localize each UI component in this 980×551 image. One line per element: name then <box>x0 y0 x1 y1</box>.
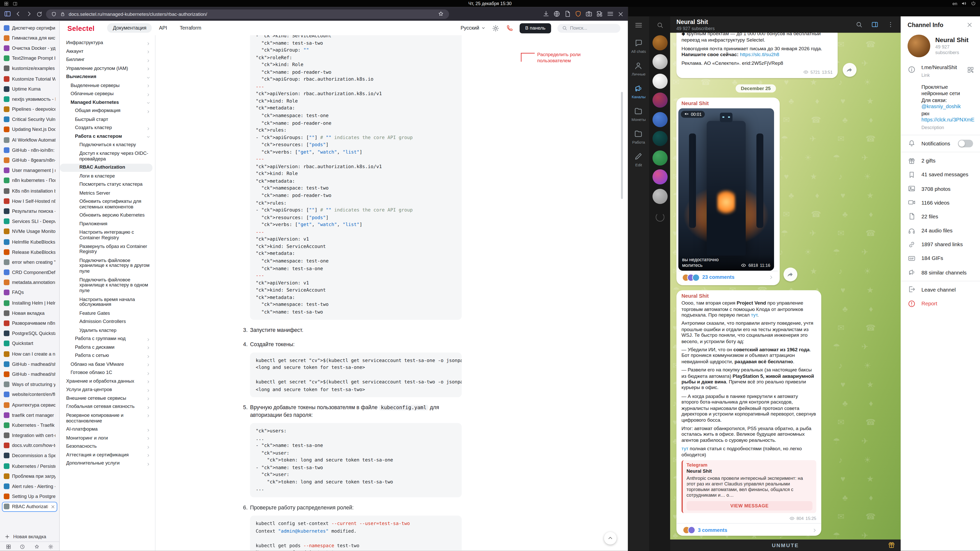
docs-nav-item[interactable]: Логи в кластере <box>60 172 155 180</box>
docs-nav-item[interactable]: Создать кластер <box>60 124 155 132</box>
power-icon[interactable] <box>970 0 976 6</box>
docs-nav-item[interactable]: Обновить сертификаты для системных компо… <box>60 197 155 211</box>
theme-settings-icon[interactable] <box>492 24 500 32</box>
docs-nav-item[interactable]: Настроить время начала обслуживания <box>60 295 155 310</box>
comments-bar[interactable]: 3 comments <box>676 524 821 536</box>
docs-search-input[interactable]: Поиск... <box>557 24 620 33</box>
message-video[interactable]: Neural Shit 00:01 вы недостаточно молите… <box>676 97 780 285</box>
more-options-icon[interactable] <box>887 21 894 28</box>
docs-nav-item[interactable]: Облачные серверы <box>60 90 155 98</box>
tab-groups-icon[interactable] <box>6 544 11 549</box>
browser-tab[interactable]: Release KubeBlocks v1.0... <box>2 247 57 257</box>
docs-top-nav-terraform[interactable]: Terraform <box>174 23 207 33</box>
reload-icon[interactable] <box>36 11 43 17</box>
docs-nav-item[interactable]: Аттестация и сертификация <box>60 451 155 459</box>
url-text[interactable]: docs.selectel.ru/managed-kubernetes/clus… <box>68 11 434 17</box>
chat-avatar[interactable] <box>652 112 667 127</box>
docs-nav-item[interactable]: Мониторинг и логи <box>60 434 155 442</box>
selectel-logo[interactable]: Selectel <box>67 24 95 32</box>
browser-tab[interactable]: GitHub - madhead/shyri... <box>2 359 57 369</box>
browser-tab[interactable]: Kubernetes - Traefik <box>2 420 57 430</box>
browser-tab[interactable]: metadata.annotations: T... <box>2 278 57 288</box>
browser-tab[interactable]: docs.vultr.com/how-to-i... <box>2 441 57 451</box>
browser-tab[interactable]: nextjs уязвимость - По... <box>2 94 57 104</box>
gift-button[interactable] <box>887 541 896 549</box>
date-chip[interactable]: December 25 <box>736 84 776 92</box>
back-icon[interactable] <box>14 10 22 17</box>
browser-tab[interactable]: Setting Up a PostgreSQL... <box>2 491 57 502</box>
docs-nav-item[interactable]: Выделенные серверы <box>60 82 155 90</box>
browser-tab[interactable]: Новая вкладка <box>2 308 57 318</box>
docs-nav-item[interactable]: Глобальная сетевая связность <box>60 403 155 411</box>
keyboard-layout[interactable]: en <box>953 1 957 6</box>
browser-tab[interactable]: Ways of structuring you... <box>2 380 57 389</box>
menu-icon[interactable] <box>607 10 614 17</box>
docs-nav-item[interactable]: Приложения <box>60 220 155 228</box>
channel-link[interactable]: t.me/NeuralShit <box>921 65 957 71</box>
share-button[interactable] <box>783 267 797 281</box>
browser-tab[interactable]: CRD ComponentDefinit... <box>2 267 57 278</box>
browser-tab[interactable]: User management | n8n... <box>2 165 57 176</box>
docs-nav-item[interactable]: Работа с группами нод <box>60 335 155 343</box>
docs-nav-item[interactable]: Общая информация <box>60 107 155 116</box>
docs-nav-item[interactable]: Резервное копирование и восстановление <box>60 411 155 426</box>
browser-tab[interactable]: Гимнастика для кистей <box>2 33 57 43</box>
chat-avatar[interactable] <box>652 35 667 50</box>
sidebar-settings-icon[interactable] <box>48 544 54 549</box>
docs-nav-item[interactable]: Настроить интеграцию с Container Registr… <box>60 229 155 243</box>
browser-tab[interactable]: Quickstart <box>2 338 57 349</box>
docs-nav-item[interactable]: Доступ к кластеру через OIDC-провайдера <box>60 149 155 164</box>
browser-tab[interactable]: Text2Image Prompt I... <box>2 53 57 64</box>
channel-stat-bookmark[interactable]: 41 saved messages <box>900 168 980 182</box>
browser-tab[interactable]: Updating Next.js Doc... <box>2 124 57 135</box>
channel-profile[interactable]: Neural Shit 49 927 subscribers <box>900 33 980 62</box>
chat-avatar[interactable] <box>652 169 667 184</box>
docs-nav-item[interactable]: Подключить файловое хранилище к кластеру… <box>60 256 155 276</box>
channel-stat-file[interactable]: 22 files <box>900 210 980 224</box>
folder-tab-личные[interactable]: Личные <box>632 57 646 80</box>
browser-tab[interactable]: Проблема при загрузк... <box>2 471 57 481</box>
browser-tab[interactable]: K8s n8n installation best... <box>2 186 57 196</box>
docs-nav-item[interactable]: Развернуть образ из Container Registry <box>60 243 155 257</box>
docs-nav-item[interactable]: Услуги дата-центров <box>60 386 155 394</box>
docs-nav-item[interactable]: Работа с дисками <box>60 343 155 352</box>
docs-nav-item[interactable]: Вычисления <box>60 73 155 81</box>
channel-stat-gift[interactable]: 2 gifts <box>900 154 980 168</box>
forward-icon[interactable] <box>25 10 33 17</box>
folder-tab-all-chats[interactable]: All chats <box>632 35 646 57</box>
channel-stat-photo[interactable]: 3708 photos <box>900 182 980 196</box>
browser-tab[interactable]: Decommission a Specifi... <box>2 451 57 461</box>
volume-icon[interactable] <box>961 0 967 6</box>
folder-tab-каналы[interactable]: Каналы <box>632 80 646 103</box>
url-bar[interactable]: docs.selectel.ru/managed-kubernetes/clus… <box>46 9 449 19</box>
tracking-shield-icon[interactable] <box>51 11 57 17</box>
clock[interactable]: Чт, 25 декабря 15:30 <box>0 0 980 6</box>
link-preview[interactable]: Telegram Neural Shit Anthropic снова про… <box>681 460 816 513</box>
browser-tab[interactable]: Alert rules - Alerting - Gr... <box>2 481 57 492</box>
hamburger-menu-icon[interactable] <box>634 21 643 30</box>
browser-tab[interactable]: Архитектура сервис... <box>2 400 57 410</box>
comments-bar[interactable]: 23 comments <box>678 271 778 283</box>
message-post[interactable]: Neural Shit Оооо, там вторая серия Proje… <box>676 290 821 536</box>
browser-tab[interactable]: How can I create a nam... <box>2 349 57 359</box>
chat-avatar[interactable] <box>652 73 667 89</box>
docs-nav-item[interactable]: Подключить файловое хранилище к кластеру… <box>60 276 155 295</box>
screenshot-icon[interactable] <box>585 10 593 17</box>
chat-header[interactable]: Neural Shit 49 927 subscribers <box>670 16 900 33</box>
browser-tab[interactable]: NVMe Usage Monitori... <box>2 227 57 237</box>
browser-tab[interactable]: Critical Security Vulnera... <box>2 114 57 124</box>
docs-nav-item[interactable]: Подключиться к кластеру <box>60 141 155 149</box>
browser-tab[interactable]: Services SLI - Deepvoice... <box>2 216 57 227</box>
browser-tab[interactable]: Разворачиваем n8n в c... <box>2 318 57 328</box>
docs-nav-item[interactable]: Посмотреть статус кластера <box>60 181 155 189</box>
docs-nav-item[interactable]: Удалить кластер <box>60 327 155 335</box>
browser-tab[interactable]: Очистка Docker - удал... <box>2 43 57 53</box>
folder-tab-edit[interactable]: Edit <box>632 148 646 171</box>
docs-nav-item[interactable]: Внешние сетевые сервисы <box>60 394 155 403</box>
docs-nav-item[interactable]: Feature Gates <box>60 310 155 318</box>
close-icon[interactable] <box>617 11 624 17</box>
chat-avatar[interactable] <box>652 54 667 69</box>
docs-nav-item[interactable]: Инфраструктура <box>60 39 155 48</box>
leave-channel-button[interactable]: Leave channel <box>900 283 980 297</box>
chat-search-icon[interactable] <box>855 21 863 28</box>
